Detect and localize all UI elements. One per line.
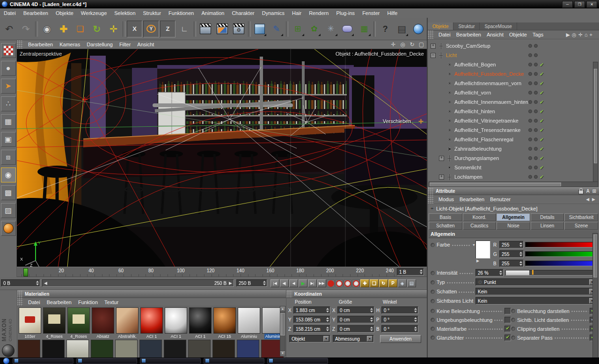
object-label[interactable]: Sonnenlicht xyxy=(454,165,482,170)
rotate-tool-icon[interactable]: ↻ xyxy=(89,21,104,37)
manager-tab[interactable]: SpaceMouse xyxy=(480,22,517,30)
restore-button[interactable]: ❐ xyxy=(574,1,585,8)
viewport-menu-item[interactable]: Ansicht xyxy=(134,42,157,47)
task-button[interactable] xyxy=(267,358,328,364)
point-mode-icon[interactable]: ∴ xyxy=(1,96,16,111)
material-item[interactable]: ACI 15 xyxy=(212,307,237,339)
viewport-menu-item[interactable]: Filter xyxy=(116,42,134,47)
current-frame-marker[interactable] xyxy=(23,268,28,277)
scroll-thumb[interactable] xyxy=(280,313,285,335)
scroll-down-icon[interactable]: ▼ xyxy=(280,350,285,356)
viewport-menu-item[interactable]: Kameras xyxy=(56,42,83,47)
object-tree-item[interactable]: ➤ Zahnradbeleuchtung ✔ xyxy=(428,144,599,153)
typ-dropdown[interactable]: ✳ Punkt ▼ xyxy=(475,278,596,286)
objekt-dropdown[interactable]: Objekt ▼ xyxy=(289,335,330,342)
play-button[interactable]: ▶ xyxy=(299,279,307,287)
channel-slider[interactable] xyxy=(525,242,596,248)
attributes-menu-item[interactable]: Bearbeiten xyxy=(457,197,487,202)
materials-menu-item[interactable]: Bearbeiten xyxy=(44,299,75,305)
attribute-tab[interactable]: Noise xyxy=(497,222,530,230)
enabled-check-icon[interactable]: ✔ xyxy=(540,127,544,133)
material-item[interactable]: 4_Roses xyxy=(42,307,66,339)
viewport-canvas[interactable]: Y X Z Zentralperspektive Objekt : Aufhel… xyxy=(17,49,427,267)
autokey-parameter-button[interactable]: P xyxy=(388,279,397,287)
visibility-dots[interactable] xyxy=(528,81,538,85)
keyframe-dot[interactable] xyxy=(511,309,515,313)
materials-scrollbar[interactable]: ▲ ▼ xyxy=(280,306,285,357)
next-frame-button[interactable]: ▶| xyxy=(308,279,317,287)
enabled-check-icon[interactable]: ✔ xyxy=(540,90,544,96)
channel-slider[interactable] xyxy=(525,251,596,257)
material-thumbnail[interactable] xyxy=(165,307,187,334)
rotate-view-icon[interactable]: ↻ xyxy=(409,41,416,48)
menu-item[interactable]: Selektion xyxy=(110,10,139,16)
material-label[interactable]: Abstrahlk. xyxy=(117,334,138,339)
menu-item[interactable]: Datei xyxy=(0,10,20,16)
visibility-dots[interactable] xyxy=(528,91,538,95)
position-field[interactable]: 153.085 cm xyxy=(293,316,330,323)
undo-icon[interactable]: ↶ xyxy=(1,21,17,37)
snap-settings-icon[interactable]: ▨ xyxy=(1,203,16,218)
material-label[interactable]: 4_Roses xyxy=(45,334,64,339)
material-item[interactable]: Absatz xyxy=(91,307,115,339)
visibility-dots[interactable] xyxy=(528,166,538,169)
object-manager-menu-item[interactable]: Objekte xyxy=(506,32,530,37)
material-row-partial[interactable] xyxy=(17,340,286,358)
enabled-check-icon[interactable]: ✔ xyxy=(540,80,544,87)
channel-value-field[interactable]: 255 xyxy=(499,250,524,258)
object-tree-item[interactable]: ✳ Aufhellicht_Vitrinegetraenke ✔ xyxy=(428,116,599,125)
channel-value-field[interactable]: 255 xyxy=(499,260,524,267)
visibility-dots[interactable] xyxy=(528,175,538,179)
menu-item[interactable]: Charakter xyxy=(228,10,258,16)
material-thumbnail[interactable] xyxy=(213,307,236,334)
object-label[interactable]: Scooby_CamSetup xyxy=(446,43,490,49)
object-manager-menu-item[interactable]: Bearbeiten xyxy=(453,32,484,37)
material-thumbnail[interactable] xyxy=(19,307,41,334)
coordinate-system-button[interactable]: ∟ xyxy=(176,21,192,37)
range-end-spinner[interactable] xyxy=(262,281,266,285)
keyframe-dot[interactable] xyxy=(431,318,435,322)
visibility-dots[interactable] xyxy=(528,53,538,57)
material-label[interactable]: 4_Roses xyxy=(69,334,88,339)
material-item[interactable]: ACI 1 xyxy=(188,307,212,339)
keyframe-dot[interactable] xyxy=(431,290,435,294)
panel-grip[interactable] xyxy=(286,291,292,298)
enabled-check-icon[interactable]: ✔ xyxy=(540,62,544,68)
keyframe-dot[interactable] xyxy=(431,327,435,331)
add-particles-button[interactable]: ✳ xyxy=(323,21,338,37)
autokey-move-button[interactable]: ✚ xyxy=(360,279,369,287)
position-field[interactable]: 1.883 cm xyxy=(293,306,330,314)
material-label[interactable]: ACI 15 xyxy=(217,334,232,339)
chevron-down-icon[interactable]: ▼ xyxy=(323,336,329,342)
menu-item[interactable]: Hair xyxy=(288,10,305,16)
enabled-check-icon[interactable]: ✔ xyxy=(540,137,544,143)
panel-grip[interactable] xyxy=(17,40,23,49)
object-tree-item[interactable]: ✳ Aufhellicht_Tresenschraenke ✔ xyxy=(428,125,599,135)
visibility-dots[interactable] xyxy=(528,128,538,132)
expander-icon[interactable]: + xyxy=(439,175,444,180)
sichtbares-licht-dropdown[interactable]: Kein ▼ xyxy=(475,297,596,305)
enabled-check-icon[interactable]: ✔ xyxy=(540,71,544,77)
workplane-icon[interactable] xyxy=(1,221,16,236)
materials-menu-item[interactable]: Funktion xyxy=(75,299,101,305)
menu-item[interactable]: Funktionen xyxy=(165,10,197,16)
object-tree-item[interactable]: ✳ Aufhellicht_hinten ✔ xyxy=(428,107,599,116)
keyframe-dot[interactable] xyxy=(431,335,435,340)
add-deformer-button[interactable]: ✿ xyxy=(307,21,322,37)
visibility-dots[interactable] xyxy=(528,100,538,104)
menu-item[interactable]: Hilfe xyxy=(383,10,401,16)
material-thumbnail[interactable] xyxy=(116,307,139,334)
attribute-tab[interactable]: Sichtbarkeit xyxy=(564,213,598,221)
object-tree-item[interactable]: ✳ Aufhellicht_Bogen ✔ xyxy=(428,60,599,69)
live-selection-icon[interactable]: ◉ xyxy=(39,21,55,37)
object-label[interactable]: Aufhellicht_Flaschenregal xyxy=(454,137,513,142)
visibility-dots[interactable] xyxy=(528,72,538,76)
viewport-menu-item[interactable]: Bearbeiten xyxy=(25,42,56,47)
keyframe-dot[interactable] xyxy=(511,318,515,322)
material-item[interactable]: 103er xyxy=(18,307,42,339)
visibility-dots[interactable] xyxy=(528,119,538,123)
material-thumbnail[interactable] xyxy=(92,307,114,334)
edge-mode-icon[interactable]: ▦ xyxy=(1,114,16,129)
goto-end-button[interactable]: ▶▶ xyxy=(317,279,326,287)
material-thumbnail[interactable] xyxy=(43,307,66,334)
